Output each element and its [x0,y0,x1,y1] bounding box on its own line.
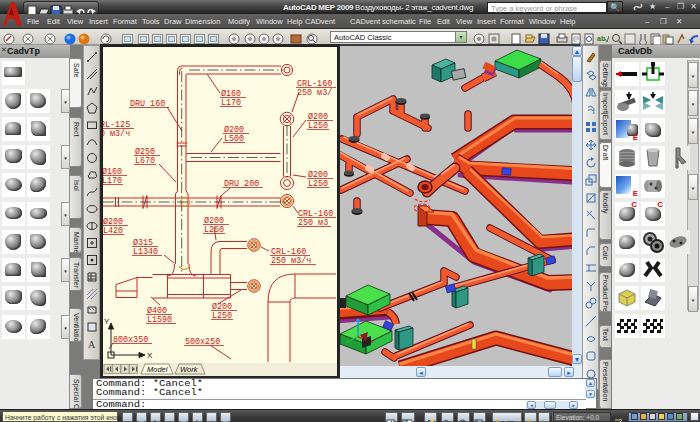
svg-text:250 м3/: 250 м3/ [297,88,332,98]
svg-text:0 м3/ч: 0 м3/ч [103,129,130,139]
svg-text:Y: Y [104,317,110,326]
svg-text:ab: ab [597,35,605,42]
svg-text:Model: Model [147,365,168,374]
svg-text:A: A [88,339,96,350]
svg-text:Work: Work [180,365,199,374]
svg-text:X: X [147,351,153,360]
